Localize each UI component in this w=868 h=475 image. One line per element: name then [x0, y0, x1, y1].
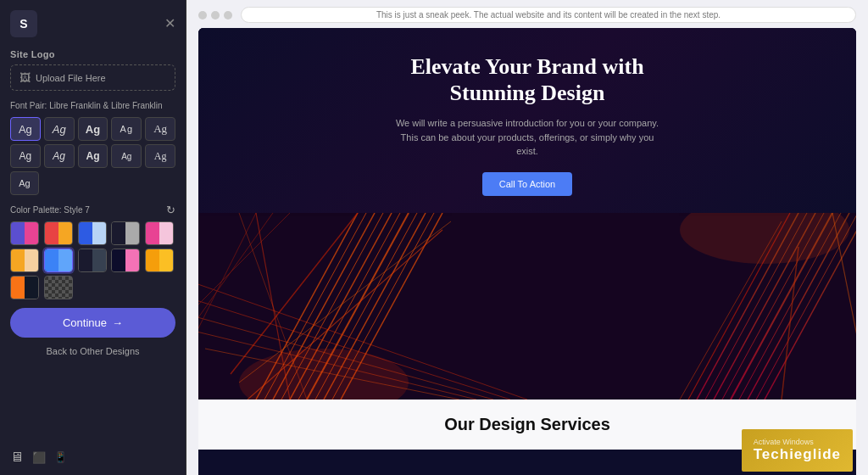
font-item-3[interactable]: Ag: [78, 117, 108, 141]
hero-section: Elevate Your Brand withStunning Design W…: [198, 28, 856, 213]
font-item-5[interactable]: Ag: [145, 117, 175, 141]
hero-image-band: [198, 213, 856, 400]
color-palette-label: Color Palette: Style 7: [10, 205, 90, 215]
continue-label: Continue: [63, 316, 107, 329]
tablet-icon[interactable]: ⬛: [32, 451, 46, 464]
close-button[interactable]: ✕: [164, 17, 175, 31]
color-grid-row3: [10, 276, 175, 299]
font-item-8[interactable]: Ag: [78, 144, 108, 168]
color-pair-8[interactable]: [78, 249, 107, 272]
color-grid-row2: [10, 249, 175, 272]
browser-content: Elevate Your Brand withStunning Design W…: [198, 28, 856, 475]
dot-3: [224, 11, 232, 20]
font-item-11[interactable]: Ag: [10, 171, 39, 195]
color-pair-5[interactable]: [145, 221, 174, 245]
color-grid-row1: [10, 221, 175, 245]
desktop-icon[interactable]: 🖥: [10, 450, 24, 465]
panel-toggle-button[interactable]: ‹: [186, 221, 186, 254]
cta-button[interactable]: Call To Action: [482, 172, 572, 196]
color-pair-10[interactable]: [145, 249, 174, 272]
font-item-4[interactable]: Ag: [111, 117, 142, 141]
font-item-2[interactable]: Ag: [44, 117, 75, 141]
color-pair-6[interactable]: [10, 249, 39, 272]
color-pair-4[interactable]: [111, 221, 140, 245]
font-item-6[interactable]: Ag: [10, 144, 41, 168]
watermark-line1: Activate Windows: [754, 438, 841, 446]
upload-icon: 🖼: [19, 71, 31, 84]
color-pair-9[interactable]: [111, 249, 140, 272]
font-grid-row1: Ag Ag Ag Ag Ag: [10, 117, 175, 141]
left-panel: S ✕ Site Logo 🖼 Upload File Here Font Pa…: [0, 0, 186, 475]
watermark-overlay: Activate Windows Techieglide: [742, 429, 853, 472]
font-item-7[interactable]: Ag: [44, 144, 75, 168]
hero-subtitle: We will write a persuasive introduction …: [392, 116, 663, 159]
font-item-10[interactable]: Ag: [145, 144, 175, 168]
color-pair-1[interactable]: [10, 221, 39, 245]
continue-button[interactable]: Continue →: [10, 308, 175, 338]
color-palette-header: Color Palette: Style 7 ↻: [10, 204, 175, 216]
font-grid-row2: Ag Ag Ag Ag Ag: [10, 144, 175, 168]
browser-chrome: This is just a sneak peek. The actual we…: [186, 0, 868, 475]
color-pair-2[interactable]: [44, 221, 73, 245]
right-panel: This is just a sneak peek. The actual we…: [186, 0, 868, 475]
continue-arrow: →: [112, 316, 123, 329]
app-logo: S: [10, 10, 37, 37]
color-pair-checker[interactable]: [44, 276, 73, 299]
panel-header: S ✕: [10, 10, 175, 37]
mobile-icon[interactable]: 📱: [54, 451, 67, 463]
upload-logo-box[interactable]: 🖼 Upload File Here: [10, 64, 175, 91]
hero-title: Elevate Your Brand withStunning Design: [215, 53, 839, 106]
font-pair-label: Font Pair: Libre Franklin & Libre Frankl…: [10, 101, 175, 110]
upload-label: Upload File Here: [36, 73, 106, 83]
site-logo-label: Site Logo: [10, 49, 175, 59]
font-item-9[interactable]: Ag: [111, 144, 142, 168]
responsive-preview-bar: 🖥 ⬛ 📱: [10, 441, 175, 465]
back-to-designs-link[interactable]: Back to Other Designs: [10, 346, 175, 356]
dot-2: [211, 11, 220, 20]
color-pair-7[interactable]: [44, 249, 73, 272]
color-pair-3[interactable]: [78, 221, 107, 245]
watermark-line2: Techieglide: [754, 446, 841, 463]
website-preview: Elevate Your Brand withStunning Design W…: [198, 28, 856, 475]
browser-url-bar: This is just a sneak peek. The actual we…: [241, 7, 856, 23]
light-lines-svg: [198, 213, 856, 400]
browser-dots: [198, 11, 232, 20]
color-pair-11[interactable]: [10, 276, 39, 299]
font-item-1[interactable]: Ag: [10, 117, 41, 141]
refresh-icon[interactable]: ↻: [166, 204, 175, 216]
dot-1: [198, 11, 207, 20]
browser-toolbar: This is just a sneak peek. The actual we…: [198, 7, 856, 23]
